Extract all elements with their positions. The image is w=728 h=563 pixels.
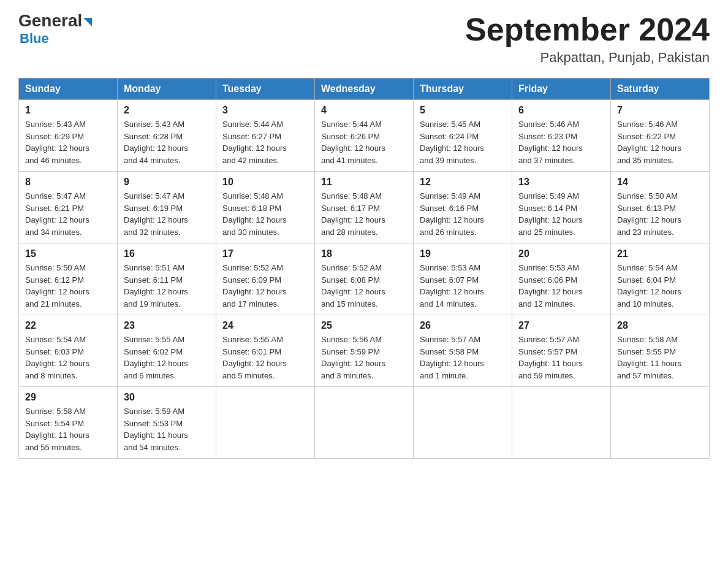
day-number: 1 [25,105,111,116]
calendar-cell: 11Sunrise: 5:48 AMSunset: 6:17 PMDayligh… [315,172,414,243]
weekday-header-saturday: Saturday [611,79,710,100]
day-number: 5 [420,105,506,116]
calendar-week-1: 1Sunrise: 5:43 AMSunset: 6:29 PMDaylight… [19,100,710,172]
calendar-cell: 30Sunrise: 5:59 AMSunset: 5:53 PMDayligh… [118,387,216,459]
weekday-header-friday: Friday [512,79,611,100]
calendar-cell: 27Sunrise: 5:57 AMSunset: 5:57 PMDayligh… [512,315,611,387]
day-info: Sunrise: 5:56 AMSunset: 5:59 PMDaylight:… [321,334,407,381]
day-number: 11 [321,177,407,188]
day-number: 22 [25,320,111,331]
month-title: September 2024 [465,12,710,47]
day-number: 12 [420,177,506,188]
day-info: Sunrise: 5:59 AMSunset: 5:53 PMDaylight:… [124,405,210,453]
logo-text-blue: Blue [20,31,49,47]
day-info: Sunrise: 5:45 AMSunset: 6:24 PMDaylight:… [420,118,506,166]
weekday-header-monday: Monday [118,79,216,100]
day-info: Sunrise: 5:52 AMSunset: 6:08 PMDaylight:… [321,262,407,310]
calendar-cell: 23Sunrise: 5:55 AMSunset: 6:02 PMDayligh… [118,315,216,387]
day-number: 14 [617,177,703,188]
calendar-cell [512,387,611,459]
calendar-cell: 16Sunrise: 5:51 AMSunset: 6:11 PMDayligh… [118,243,216,315]
day-number: 4 [321,105,407,116]
day-number: 20 [518,248,604,259]
day-number: 23 [124,320,210,331]
day-info: Sunrise: 5:48 AMSunset: 6:17 PMDaylight:… [321,190,407,238]
calendar-cell: 17Sunrise: 5:52 AMSunset: 6:09 PMDayligh… [216,243,315,315]
title-area: September 2024 Pakpattan, Punjab, Pakist… [465,12,710,66]
day-number: 27 [518,320,604,331]
day-info: Sunrise: 5:48 AMSunset: 6:18 PMDaylight:… [222,190,308,238]
day-info: Sunrise: 5:52 AMSunset: 6:09 PMDaylight:… [222,262,308,310]
calendar-cell: 14Sunrise: 5:50 AMSunset: 6:13 PMDayligh… [611,172,710,243]
day-info: Sunrise: 5:54 AMSunset: 6:03 PMDaylight:… [25,334,111,381]
calendar-cell: 18Sunrise: 5:52 AMSunset: 6:08 PMDayligh… [315,243,414,315]
calendar-table: SundayMondayTuesdayWednesdayThursdayFrid… [18,78,710,459]
day-number: 13 [518,177,604,188]
day-number: 8 [25,177,111,188]
day-info: Sunrise: 5:55 AMSunset: 6:01 PMDaylight:… [222,334,308,381]
calendar-cell: 2Sunrise: 5:43 AMSunset: 6:28 PMDaylight… [118,100,216,172]
day-number: 29 [25,392,111,403]
day-info: Sunrise: 5:50 AMSunset: 6:12 PMDaylight:… [25,262,111,310]
day-info: Sunrise: 5:47 AMSunset: 6:19 PMDaylight:… [124,190,210,238]
calendar-cell: 21Sunrise: 5:54 AMSunset: 6:04 PMDayligh… [611,243,710,315]
calendar-cell: 24Sunrise: 5:55 AMSunset: 6:01 PMDayligh… [216,315,315,387]
day-number: 21 [617,248,703,259]
calendar-cell: 20Sunrise: 5:53 AMSunset: 6:06 PMDayligh… [512,243,611,315]
day-number: 7 [617,105,703,116]
calendar-cell: 13Sunrise: 5:49 AMSunset: 6:14 PMDayligh… [512,172,611,243]
day-number: 25 [321,320,407,331]
weekday-header-wednesday: Wednesday [315,79,414,100]
day-info: Sunrise: 5:44 AMSunset: 6:27 PMDaylight:… [222,118,308,166]
calendar-cell: 6Sunrise: 5:46 AMSunset: 6:23 PMDaylight… [512,100,611,172]
weekday-header-tuesday: Tuesday [216,79,315,100]
day-info: Sunrise: 5:55 AMSunset: 6:02 PMDaylight:… [124,334,210,381]
day-number: 16 [124,248,210,259]
calendar-cell: 29Sunrise: 5:58 AMSunset: 5:54 PMDayligh… [19,387,118,459]
calendar-cell [414,387,512,459]
calendar-cell [315,387,414,459]
calendar-cell: 15Sunrise: 5:50 AMSunset: 6:12 PMDayligh… [19,243,118,315]
calendar-week-2: 8Sunrise: 5:47 AMSunset: 6:21 PMDaylight… [19,172,710,243]
calendar-cell: 9Sunrise: 5:47 AMSunset: 6:19 PMDaylight… [118,172,216,243]
day-info: Sunrise: 5:57 AMSunset: 5:57 PMDaylight:… [518,334,604,381]
weekday-header-sunday: Sunday [19,79,118,100]
calendar-cell: 1Sunrise: 5:43 AMSunset: 6:29 PMDaylight… [19,100,118,172]
day-info: Sunrise: 5:43 AMSunset: 6:28 PMDaylight:… [124,118,210,166]
day-info: Sunrise: 5:50 AMSunset: 6:13 PMDaylight:… [617,190,703,238]
calendar-cell: 22Sunrise: 5:54 AMSunset: 6:03 PMDayligh… [19,315,118,387]
calendar-cell [216,387,315,459]
day-info: Sunrise: 5:44 AMSunset: 6:26 PMDaylight:… [321,118,407,166]
calendar-week-5: 29Sunrise: 5:58 AMSunset: 5:54 PMDayligh… [19,387,710,459]
day-number: 28 [617,320,703,331]
day-number: 9 [124,177,210,188]
day-number: 18 [321,248,407,259]
day-number: 10 [222,177,308,188]
day-info: Sunrise: 5:51 AMSunset: 6:11 PMDaylight:… [124,262,210,310]
calendar-cell: 5Sunrise: 5:45 AMSunset: 6:24 PMDaylight… [414,100,512,172]
day-info: Sunrise: 5:47 AMSunset: 6:21 PMDaylight:… [25,190,111,238]
weekday-header-thursday: Thursday [414,79,512,100]
day-info: Sunrise: 5:57 AMSunset: 5:58 PMDaylight:… [420,334,506,381]
calendar-cell: 28Sunrise: 5:58 AMSunset: 5:55 PMDayligh… [611,315,710,387]
day-number: 26 [420,320,506,331]
calendar-week-4: 22Sunrise: 5:54 AMSunset: 6:03 PMDayligh… [19,315,710,387]
calendar-cell: 19Sunrise: 5:53 AMSunset: 6:07 PMDayligh… [414,243,512,315]
calendar-cell: 3Sunrise: 5:44 AMSunset: 6:27 PMDaylight… [216,100,315,172]
calendar-cell: 25Sunrise: 5:56 AMSunset: 5:59 PMDayligh… [315,315,414,387]
weekday-header-row: SundayMondayTuesdayWednesdayThursdayFrid… [19,79,710,100]
day-info: Sunrise: 5:58 AMSunset: 5:55 PMDaylight:… [617,334,703,381]
day-info: Sunrise: 5:49 AMSunset: 6:16 PMDaylight:… [420,190,506,238]
logo-arrow-icon [83,18,92,26]
day-number: 2 [124,105,210,116]
location-text: Pakpattan, Punjab, Pakistan [465,50,710,66]
day-info: Sunrise: 5:46 AMSunset: 6:23 PMDaylight:… [518,118,604,166]
day-number: 24 [222,320,308,331]
day-info: Sunrise: 5:43 AMSunset: 6:29 PMDaylight:… [25,118,111,166]
calendar-cell: 8Sunrise: 5:47 AMSunset: 6:21 PMDaylight… [19,172,118,243]
calendar-cell: 7Sunrise: 5:46 AMSunset: 6:22 PMDaylight… [611,100,710,172]
day-info: Sunrise: 5:53 AMSunset: 6:06 PMDaylight:… [518,262,604,310]
day-info: Sunrise: 5:58 AMSunset: 5:54 PMDaylight:… [25,405,111,453]
day-info: Sunrise: 5:54 AMSunset: 6:04 PMDaylight:… [617,262,703,310]
logo: General Blue [18,12,92,47]
